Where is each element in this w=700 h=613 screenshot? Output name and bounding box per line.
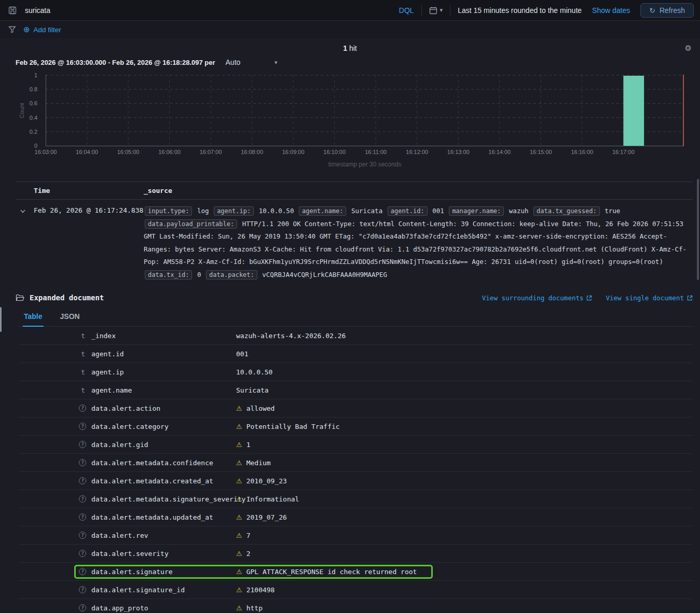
- field-name-badge: data.tx_guessed:: [533, 206, 600, 216]
- expanded-document-links: View surrounding documents View single d…: [482, 294, 693, 302]
- field-name[interactable]: data.alert.metadata.signature_severity: [91, 495, 236, 503]
- field-value-text: allowed: [246, 405, 275, 412]
- expanded-document-title: Expanded document: [30, 294, 104, 302]
- vertical-scrollbar[interactable]: [697, 179, 699, 280]
- field: ?data.alert.severity⚠2: [74, 547, 266, 561]
- column-header-time[interactable]: Time: [34, 187, 144, 194]
- date-picker-button[interactable]: ▾: [429, 6, 443, 15]
- field-value-text: 2019_07_26: [246, 513, 287, 521]
- field-value: ⚠Potentially Bad Traffic: [236, 423, 340, 430]
- refresh-label: Refresh: [660, 6, 685, 15]
- x-tick-label: 16:08:00: [241, 149, 263, 155]
- warning-icon: ⚠: [236, 478, 242, 484]
- warning-icon: ⚠: [236, 459, 242, 466]
- field-name[interactable]: data.alert.signature_id: [91, 586, 236, 594]
- field-row: ?data.alert.metadata.created_at⚠2010_09_…: [19, 472, 693, 490]
- add-filter-label: Add filter: [34, 26, 61, 34]
- x-tick-label: 16:07:00: [200, 149, 222, 155]
- field: ?data.alert.gid⚠1: [74, 438, 266, 452]
- field-row: t_indexwazuh-alerts-4.x-2026.02.26: [19, 327, 693, 345]
- histogram-plot[interactable]: [46, 75, 684, 146]
- expanded-document-tabs: Table JSON: [19, 309, 693, 327]
- view-surrounding-documents-link[interactable]: View surrounding documents: [482, 294, 593, 302]
- field-name-badge: agent.name:: [299, 206, 346, 216]
- field-name[interactable]: agent.id: [91, 350, 236, 358]
- field-name-badge: agent.ip:: [214, 206, 254, 216]
- field: ?data.alert.metadata.updated_at⚠2019_07_…: [74, 510, 303, 524]
- field-value: Suricata: [236, 386, 269, 394]
- x-tick-label: 16:14:00: [488, 149, 511, 155]
- field-value-text: log: [197, 207, 209, 215]
- chart-header: Feb 26, 2026 @ 16:03:00.000 - Feb 26, 20…: [16, 58, 700, 66]
- string-type-icon: t: [79, 350, 87, 358]
- field-row: ?data.alert.action⚠allowed: [19, 399, 693, 417]
- field-name-badge: data.packet:: [206, 270, 257, 280]
- warning-icon: ⚠: [236, 405, 242, 412]
- field-name[interactable]: data.alert.metadata.updated_at: [91, 513, 236, 521]
- chart-range-label: Feb 26, 2026 @ 16:03:00.000 - Feb 26, 20…: [16, 59, 215, 66]
- field-value-text: 7: [246, 532, 251, 539]
- field-value-text: 10.0.0.50: [259, 207, 294, 215]
- discover-app: suricata DQL ▾ Last 15 minutes rounded t…: [0, 0, 700, 613]
- time-range-display[interactable]: Last 15 minutes rounded to the minute: [458, 6, 582, 15]
- tab-json[interactable]: JSON: [59, 309, 81, 326]
- saved-query-icon[interactable]: [8, 6, 17, 15]
- field-value: ⚠2: [236, 550, 250, 558]
- add-filter-button[interactable]: ⊕ Add filter: [23, 26, 61, 34]
- field-name[interactable]: data.alert.metadata.confidence: [91, 459, 236, 467]
- field-name[interactable]: data.alert.action: [91, 405, 236, 412]
- x-tick-label: 16:12:00: [406, 149, 428, 155]
- field-value-text: true: [605, 207, 620, 215]
- left-scrollbar[interactable]: [0, 307, 2, 332]
- field-name-badge: agent.id:: [388, 206, 428, 216]
- expanded-document-header: Expanded document View surrounding docum…: [16, 294, 693, 302]
- refresh-icon: ↻: [649, 6, 655, 15]
- field-name[interactable]: data.app_proto: [91, 604, 236, 612]
- field-value-text: Suricata: [351, 207, 382, 215]
- warning-icon: ⚠: [236, 605, 242, 611]
- query-input[interactable]: suricata: [25, 6, 50, 15]
- x-tick-label: 16:09:00: [282, 149, 305, 155]
- document-row: Feb 26, 2026 @ 16:17:24.838 input.type: …: [16, 200, 693, 289]
- field-value-text: 1: [246, 441, 251, 449]
- dql-button[interactable]: DQL: [399, 6, 414, 15]
- field-value-text: Suricata: [236, 386, 269, 394]
- field-name[interactable]: agent.name: [91, 386, 236, 394]
- show-dates-button[interactable]: Show dates: [592, 6, 630, 15]
- unknown-type-icon: ?: [79, 441, 86, 448]
- field-name[interactable]: data.alert.gid: [91, 441, 236, 449]
- field-value-text: GPL ATTACK_RESPONSE id check returned ro…: [246, 568, 417, 576]
- documents-table: Time _source Feb 26, 2026 @ 16:17:24.838…: [16, 182, 693, 289]
- refresh-button[interactable]: ↻ Refresh: [640, 3, 694, 18]
- document-timestamp: Feb 26, 2026 @ 16:17:24.838: [34, 205, 144, 214]
- gear-icon[interactable]: ⚙: [685, 44, 692, 53]
- field: tagent.id001: [74, 347, 264, 361]
- x-tick-label: 16:13:00: [447, 149, 470, 155]
- collapse-document-toggle[interactable]: [20, 205, 34, 216]
- warning-icon: ⚠: [236, 550, 242, 557]
- field-value-text: 2010_09_23: [246, 477, 287, 485]
- x-tick-label: 16:11:00: [365, 149, 387, 155]
- field-value-text: vCQRBJA4vCQRjLrkCABFAAA0H9MAAPEG: [262, 271, 387, 278]
- field-name[interactable]: agent.ip: [91, 368, 236, 376]
- filter-icon[interactable]: [8, 26, 16, 33]
- warning-icon: ⚠: [236, 568, 242, 575]
- field-name[interactable]: data.alert.metadata.created_at: [91, 477, 236, 485]
- field-name[interactable]: data.alert.severity: [91, 550, 236, 558]
- x-axis-title: timestamp per 30 seconds: [46, 161, 684, 168]
- query-bar[interactable]: suricata: [8, 6, 399, 15]
- field-name[interactable]: data.alert.rev: [91, 532, 236, 539]
- y-tick-label: 0.6: [30, 100, 37, 106]
- field-value: ⚠http: [236, 604, 263, 612]
- field-name[interactable]: data.alert.signature: [91, 568, 236, 576]
- field-name[interactable]: data.alert.category: [91, 423, 236, 430]
- x-tick-label: 16:05:00: [117, 149, 140, 155]
- field-row: ?data.alert.rev⚠7: [19, 526, 693, 545]
- view-single-document-link[interactable]: View single document: [606, 294, 693, 302]
- interval-select[interactable]: Auto ▾: [226, 58, 278, 66]
- tab-table[interactable]: Table: [23, 309, 44, 327]
- field-name[interactable]: _index: [91, 332, 236, 340]
- field-value: ⚠Informational: [236, 495, 299, 503]
- x-tick-label: 16:17:00: [612, 149, 635, 155]
- warning-icon: ⚠: [236, 441, 242, 448]
